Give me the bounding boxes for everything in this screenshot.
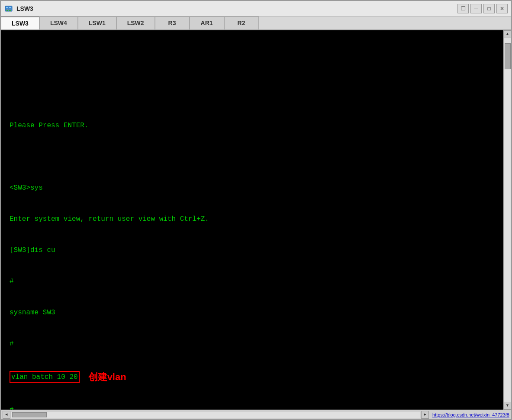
title-bar-left: LSW3	[4, 4, 33, 13]
svg-rect-1	[6, 7, 8, 8]
window-icon	[4, 4, 13, 13]
title-bar: LSW3 ❐ ─ □ ✕	[1, 1, 511, 16]
tab-ar1[interactable]: AR1	[190, 16, 224, 29]
maximize-button[interactable]: □	[483, 4, 495, 13]
terminal-content[interactable]: Please Press ENTER. <SW3>sys Enter syste…	[1, 30, 503, 410]
restore-button[interactable]: ❐	[457, 4, 469, 13]
terminal-line-blank2	[10, 89, 495, 100]
svg-rect-6	[9, 10, 11, 11]
terminal-line-please-press: Please Press ENTER.	[10, 120, 495, 131]
window-title: LSW3	[16, 5, 33, 12]
vertical-scrollbar: ▲ ▼	[503, 30, 511, 410]
svg-rect-0	[5, 6, 12, 11]
terminal-line-blank1	[10, 58, 495, 68]
scroll-down-button[interactable]: ▼	[504, 402, 512, 410]
main-window: LSW3 ❐ ─ □ ✕ LSW3 LSW4 LSW1 LSW2 R3 AR1 …	[0, 0, 512, 420]
terminal-line-sysname: sysname SW3	[10, 307, 495, 318]
terminal-line-hash1: #	[10, 276, 495, 287]
terminal-line-enter-system: Enter system view, return user view with…	[10, 214, 495, 224]
minimize-button[interactable]: ─	[470, 4, 482, 13]
tab-r2[interactable]: R2	[224, 16, 259, 29]
bottom-bar: ◄ ► https://blog.csdn.net/weixin_47723f8	[1, 410, 511, 419]
title-bar-buttons: ❐ ─ □ ✕	[457, 4, 508, 13]
svg-rect-5	[6, 10, 8, 11]
scroll-thumb-horizontal[interactable]	[12, 412, 47, 417]
scroll-track-horizontal[interactable]	[11, 412, 420, 418]
tab-lsw2[interactable]: LSW2	[116, 16, 155, 29]
terminal-line-dis-cu: [SW3]dis cu	[10, 245, 495, 255]
close-button[interactable]: ✕	[496, 4, 508, 13]
tab-r3[interactable]: R3	[155, 16, 190, 29]
scroll-track-vertical[interactable]	[504, 38, 511, 402]
vlan-annotation: 创建vlan	[88, 370, 126, 384]
terminal-line-hash2: #	[10, 339, 495, 349]
terminal-line-blank3	[10, 152, 495, 162]
terminal-line-vlan: vlan batch 10 20创建vlan	[10, 370, 495, 384]
scroll-up-button[interactable]: ▲	[504, 30, 512, 38]
tab-lsw1[interactable]: LSW1	[78, 16, 116, 29]
terminal-container: Please Press ENTER. <SW3>sys Enter syste…	[1, 30, 511, 410]
vlan-command-highlight: vlan batch 10 20	[10, 371, 80, 383]
tab-lsw3[interactable]: LSW3	[1, 16, 39, 29]
status-link[interactable]: https://blog.csdn.net/weixin_47723f8	[432, 412, 509, 417]
scroll-right-button[interactable]: ►	[421, 411, 429, 419]
terminal-line-sw3-sys: <SW3>sys	[10, 183, 495, 193]
scroll-thumb-vertical[interactable]	[505, 43, 511, 69]
tab-bar: LSW3 LSW4 LSW1 LSW2 R3 AR1 R2	[1, 16, 511, 30]
svg-rect-2	[9, 7, 11, 8]
terminal-line-hash3: #	[10, 405, 495, 410]
horizontal-scrollbar: ◄ ►	[3, 411, 429, 419]
scroll-left-button[interactable]: ◄	[3, 411, 10, 419]
tab-lsw4[interactable]: LSW4	[39, 16, 78, 29]
